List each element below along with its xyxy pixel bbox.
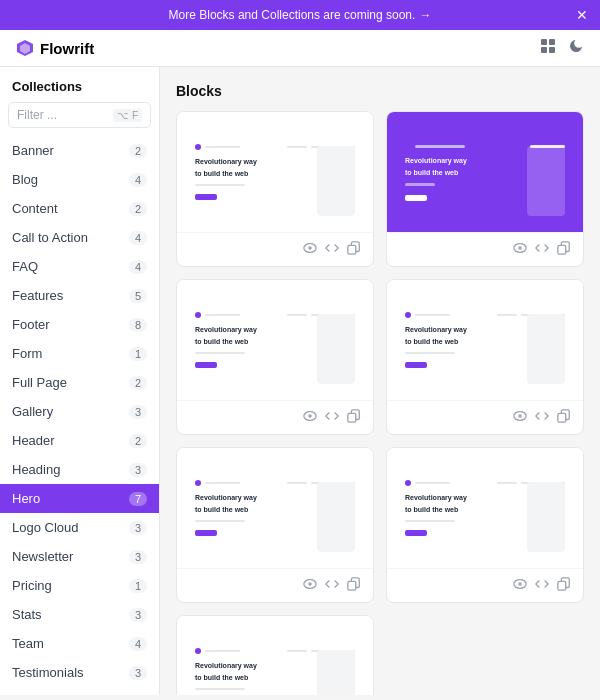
announcement-banner: More Blocks and Collections are coming s… xyxy=(0,0,600,30)
preview-icon[interactable] xyxy=(513,577,527,594)
copy-icon[interactable] xyxy=(347,577,361,594)
svg-rect-17 xyxy=(348,413,356,422)
sidebar-title: Collections xyxy=(0,67,159,102)
copy-icon[interactable] xyxy=(557,409,571,426)
sidebar-item-logo-cloud[interactable]: Logo Cloud3 xyxy=(0,513,159,542)
block-preview-1: Revolutionary way to build the web xyxy=(177,112,373,232)
sidebar-item-faq[interactable]: FAQ4 xyxy=(0,252,159,281)
preview-icon[interactable] xyxy=(303,577,317,594)
sidebar-item-label: Hero xyxy=(12,491,40,506)
sidebar-item-label: Team xyxy=(12,636,44,651)
sidebar-item-banner[interactable]: Banner2 xyxy=(0,136,159,165)
sidebar-item-label: Testimonials xyxy=(12,665,84,680)
sidebar-item-header[interactable]: Header2 xyxy=(0,426,159,455)
sidebar-item-label: Logo Cloud xyxy=(12,520,79,535)
preview-icon[interactable] xyxy=(513,241,527,258)
preview-icon[interactable] xyxy=(303,241,317,258)
filter-placeholder[interactable]: Filter ... xyxy=(17,108,57,122)
blocks-grid: Revolutionary way to build the web xyxy=(176,111,584,695)
copy-icon[interactable] xyxy=(347,241,361,258)
sidebar-items-list: Banner2Blog4Content2Call to Action4FAQ4F… xyxy=(0,136,159,695)
sidebar-item-badge: 4 xyxy=(129,173,147,187)
sidebar-item-404[interactable]: 4045 xyxy=(0,687,159,695)
blocks-section-title: Blocks xyxy=(176,83,584,99)
sidebar-item-badge: 3 xyxy=(129,521,147,535)
block-actions-3 xyxy=(177,400,373,434)
sidebar-item-badge: 2 xyxy=(129,144,147,158)
sidebar-item-label: Features xyxy=(12,288,63,303)
sidebar-item-heading[interactable]: Heading3 xyxy=(0,455,159,484)
svg-rect-29 xyxy=(558,581,566,590)
svg-rect-25 xyxy=(348,581,356,590)
block-actions-2 xyxy=(387,232,583,266)
sidebar-item-badge: 5 xyxy=(129,695,147,696)
block-card-3: Revolutionary way to build the web xyxy=(176,279,374,435)
block-card-1: Revolutionary way to build the web xyxy=(176,111,374,267)
block-preview-6: Revolutionary way to build the web xyxy=(387,448,583,568)
sidebar-item-badge: 2 xyxy=(129,202,147,216)
sidebar-item-badge: 1 xyxy=(129,579,147,593)
sidebar-item-call-to-action[interactable]: Call to Action4 xyxy=(0,223,159,252)
sidebar-item-badge: 5 xyxy=(129,289,147,303)
copy-icon[interactable] xyxy=(347,409,361,426)
sidebar-item-label: Call to Action xyxy=(12,230,88,245)
sidebar-item-label: FAQ xyxy=(12,259,38,274)
code-icon[interactable] xyxy=(535,241,549,258)
logo[interactable]: Flowrift xyxy=(16,39,94,57)
sidebar-item-content[interactable]: Content2 xyxy=(0,194,159,223)
sidebar-item-label: Content xyxy=(12,201,58,216)
block-actions-1 xyxy=(177,232,373,266)
code-icon[interactable] xyxy=(325,241,339,258)
preview-icon[interactable] xyxy=(513,409,527,426)
block-card-2: Revolutionary way to build the web xyxy=(386,111,584,267)
sidebar-item-form[interactable]: Form1 xyxy=(0,339,159,368)
content-area: Blocks Revolutionary way to build the we… xyxy=(160,67,600,695)
sidebar-item-features[interactable]: Features5 xyxy=(0,281,159,310)
sidebar-item-label: Footer xyxy=(12,317,50,332)
sidebar-item-full-page[interactable]: Full Page2 xyxy=(0,368,159,397)
sidebar-item-badge: 3 xyxy=(129,550,147,564)
dark-mode-icon[interactable] xyxy=(568,38,584,58)
sidebar-item-label: 404 xyxy=(12,694,34,695)
code-icon[interactable] xyxy=(535,577,549,594)
header-actions xyxy=(540,38,584,58)
svg-rect-4 xyxy=(541,47,547,53)
code-icon[interactable] xyxy=(325,577,339,594)
sidebar-item-hero[interactable]: Hero7 xyxy=(0,484,159,513)
code-icon[interactable] xyxy=(325,409,339,426)
svg-point-7 xyxy=(308,246,312,250)
sidebar-item-gallery[interactable]: Gallery3 xyxy=(0,397,159,426)
banner-link[interactable]: → xyxy=(419,8,431,22)
sidebar-item-team[interactable]: Team4 xyxy=(0,629,159,658)
sidebar-item-badge: 3 xyxy=(129,405,147,419)
sidebar-item-label: Gallery xyxy=(12,404,53,419)
svg-point-15 xyxy=(308,414,312,418)
sidebar-item-badge: 4 xyxy=(129,637,147,651)
block-actions-5 xyxy=(177,568,373,602)
grid-icon[interactable] xyxy=(540,38,556,58)
sidebar-item-stats[interactable]: Stats3 xyxy=(0,600,159,629)
sidebar-item-footer[interactable]: Footer8 xyxy=(0,310,159,339)
sidebar-item-testimonials[interactable]: Testimonials3 xyxy=(0,658,159,687)
sidebar-item-newsletter[interactable]: Newsletter3 xyxy=(0,542,159,571)
block-actions-6 xyxy=(387,568,583,602)
sidebar-item-blog[interactable]: Blog4 xyxy=(0,165,159,194)
code-icon[interactable] xyxy=(535,409,549,426)
svg-rect-5 xyxy=(549,47,555,53)
sidebar-item-pricing[interactable]: Pricing1 xyxy=(0,571,159,600)
sidebar-item-badge: 4 xyxy=(129,260,147,274)
svg-rect-21 xyxy=(558,413,566,422)
block-preview-3: Revolutionary way to build the web xyxy=(177,280,373,400)
copy-icon[interactable] xyxy=(557,241,571,258)
sidebar-item-label: Blog xyxy=(12,172,38,187)
sidebar-item-label: Banner xyxy=(12,143,54,158)
sidebar-item-label: Stats xyxy=(12,607,42,622)
sidebar-item-badge: 1 xyxy=(129,347,147,361)
banner-close-button[interactable]: ✕ xyxy=(576,7,588,23)
svg-rect-3 xyxy=(549,39,555,45)
sidebar-item-badge: 4 xyxy=(129,231,147,245)
preview-icon[interactable] xyxy=(303,409,317,426)
block-card-4: Revolutionary way to build the web xyxy=(386,279,584,435)
copy-icon[interactable] xyxy=(557,577,571,594)
banner-text: More Blocks and Collections are coming s… xyxy=(169,8,416,22)
